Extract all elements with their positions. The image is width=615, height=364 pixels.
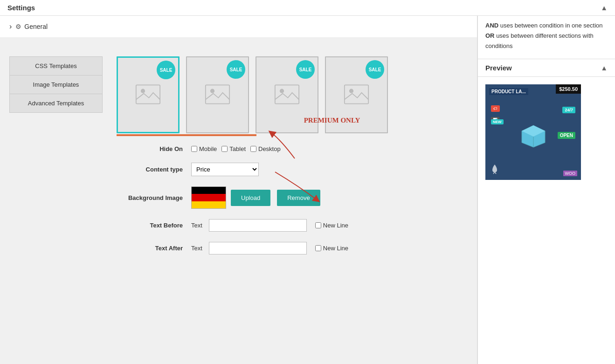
hide-on-controls: Mobile Tablet Desktop: [191, 145, 295, 152]
preview-rocket-icon: [489, 164, 500, 176]
preview-open-badge: OPEN: [558, 131, 575, 138]
image-templates-button[interactable]: Image Templates: [9, 75, 103, 94]
text-before-input[interactable]: [209, 219, 307, 232]
flag-stripe-gold: [192, 201, 226, 208]
advanced-templates-button[interactable]: Advanced Templates: [9, 94, 103, 113]
content-type-select[interactable]: Price Sale Price Regular Price Custom: [191, 163, 259, 176]
settings-header: Settings ▲: [0, 0, 615, 16]
mobile-checkbox[interactable]: [191, 146, 197, 152]
preview-247-badge: 24/7: [562, 105, 575, 113]
template-card-2[interactable]: SALE: [186, 56, 249, 133]
settings-collapse-icon[interactable]: ▲: [601, 4, 608, 12]
hide-on-label: Hide On: [121, 145, 191, 152]
chevron-icon: ›: [9, 22, 12, 31]
text-before-newline-text: New Line: [323, 222, 348, 229]
text-after-input[interactable]: [209, 242, 307, 254]
annotation-arrow-2: [270, 167, 326, 205]
or-desc: uses between different sections with con…: [485, 32, 594, 49]
preview-collapse-icon[interactable]: ▲: [601, 64, 608, 72]
hide-on-row: Hide On Mobile Tablet: [121, 145, 468, 152]
text-after-newline-checkbox[interactable]: [315, 245, 321, 251]
orange-indicator-bar: [117, 134, 256, 136]
desktop-checkbox[interactable]: [250, 146, 256, 152]
page-container: Settings ▲ › ⚙ General CSS Templates Ima…: [0, 0, 615, 364]
svg-rect-6: [345, 85, 368, 103]
image-placeholder-2: [205, 82, 230, 109]
right-panel: AND uses between condition in one sectio…: [477, 16, 615, 364]
cards-and-form: SALE SALE: [117, 56, 468, 265]
and-or-info: AND uses between condition in one sectio…: [478, 16, 615, 59]
annotation-arrow-1: [267, 130, 304, 163]
form-rows: Hide On Mobile Tablet: [117, 145, 468, 265]
general-panel-body: CSS Templates Image Templates Advanced T…: [0, 38, 477, 274]
preview-body: PRODUCT LA... $250.50 🏷 📊 24/7: [478, 77, 615, 187]
svg-rect-0: [136, 85, 160, 103]
text-before-row: Text Before Text New Line: [121, 219, 468, 232]
sale-badge-2: SALE: [227, 60, 245, 79]
preview-label: Preview: [485, 64, 512, 72]
background-image-label: Background Image: [121, 194, 191, 201]
text-before-newline-label[interactable]: New Line: [315, 222, 348, 229]
premium-only-text: PREMIUM ONLY: [304, 117, 360, 124]
svg-point-3: [210, 89, 214, 93]
svg-rect-4: [275, 85, 299, 103]
body-row: › ⚙ General CSS Templates Image Template…: [0, 16, 615, 364]
sale-badge-3: SALE: [296, 60, 315, 79]
template-cards-row: SALE SALE: [117, 56, 468, 133]
inner-layout: CSS Templates Image Templates Advanced T…: [0, 47, 477, 265]
content-type-label: Content type: [121, 166, 191, 173]
text-before-label: Text Before: [121, 222, 191, 229]
preview-header: Preview ▲: [478, 59, 615, 77]
main-panel: › ⚙ General CSS Templates Image Template…: [0, 16, 477, 364]
text-before-controls: Text New Line: [191, 219, 348, 232]
tablet-checkbox-label[interactable]: Tablet: [221, 145, 246, 152]
text-before-newline-checkbox[interactable]: [315, 222, 321, 228]
preview-tag-icon: 🏷: [491, 105, 500, 112]
text-after-newline-text: New Line: [323, 245, 348, 252]
settings-title: Settings: [7, 4, 35, 12]
general-section-header[interactable]: › ⚙ General: [0, 16, 477, 38]
content-type-controls: Price Sale Price Regular Price Custom: [191, 163, 259, 176]
and-label: AND: [485, 22, 498, 29]
preview-image: PRODUCT LA... $250.50 🏷 📊 24/7: [485, 84, 581, 180]
flag-stripe-red: [192, 194, 226, 201]
text-after-controls: Text New Line: [191, 242, 348, 254]
image-placeholder-3: [274, 82, 300, 109]
text-after-text-label: Text: [191, 245, 202, 252]
svg-point-5: [280, 89, 284, 93]
svg-point-7: [349, 89, 353, 93]
sale-badge-1: SALE: [157, 61, 175, 79]
image-placeholder-1: [135, 82, 161, 109]
preview-title: PRODUCT LA...: [489, 88, 528, 95]
preview-woo-badge: WOO: [563, 169, 578, 176]
preview-new-badge: NEW: [491, 117, 504, 124]
sale-badge-4: SALE: [366, 60, 384, 79]
content-type-row: Content type Price Sale Price Regular Pr…: [121, 163, 468, 176]
and-desc: uses between condition in one section: [500, 22, 603, 29]
preview-price: $250.50: [556, 84, 581, 94]
text-after-label: Text After: [121, 245, 191, 252]
image-placeholder-4: [344, 82, 369, 109]
upload-button[interactable]: Upload: [231, 190, 270, 206]
flag-stripe-black: [192, 187, 226, 194]
css-templates-button[interactable]: CSS Templates: [9, 56, 103, 75]
text-after-row: Text After Text New Line: [121, 242, 468, 254]
preview-box-icon: [519, 122, 547, 151]
svg-rect-2: [206, 85, 229, 103]
template-card-1[interactable]: SALE: [117, 56, 180, 133]
general-label: General: [24, 23, 48, 30]
mobile-checkbox-label[interactable]: Mobile: [191, 145, 217, 152]
tablet-checkbox[interactable]: [221, 146, 228, 152]
or-label: OR: [485, 32, 495, 39]
text-after-newline-label[interactable]: New Line: [315, 245, 348, 252]
mobile-label: Mobile: [199, 145, 217, 152]
gear-icon: ⚙: [15, 23, 21, 30]
flag-preview: [191, 186, 226, 209]
svg-point-1: [141, 89, 145, 93]
text-before-text-label: Text: [191, 222, 202, 229]
sidebar-buttons: CSS Templates Image Templates Advanced T…: [9, 56, 103, 265]
tablet-label: Tablet: [229, 145, 246, 152]
